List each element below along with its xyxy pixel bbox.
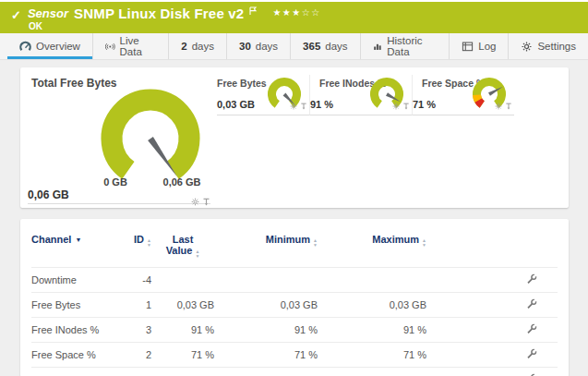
channel-settings-wrench-icon[interactable] xyxy=(526,323,537,336)
pin-primary-channel-icon[interactable] xyxy=(505,97,512,114)
channel-row[interactable]: Free Space % 2 71 % 71 % 71 % xyxy=(31,343,558,368)
flag-icon xyxy=(249,3,258,19)
channel-minimum: 0,03 GB xyxy=(214,293,318,318)
channel-last-value: 91 % xyxy=(151,318,214,343)
channel-settings-gear-icon[interactable] xyxy=(191,193,199,210)
chart-icon xyxy=(373,41,383,53)
channel-minimum xyxy=(214,268,318,293)
tab-365-days[interactable]: 365 days xyxy=(290,33,359,59)
sort-icon: ▲▼ xyxy=(422,238,426,247)
channel-id: 0 xyxy=(120,368,151,376)
tab-overview[interactable]: Overview xyxy=(7,33,92,59)
channel-minimum: 91 % xyxy=(214,318,318,343)
channel-last-value: 0,06 GB xyxy=(151,368,214,376)
pin-primary-channel-icon[interactable] xyxy=(300,97,307,114)
channel-settings-gear-icon[interactable] xyxy=(495,97,502,114)
sort-icon: ▲▼ xyxy=(195,249,199,258)
channel-settings-wrench-icon[interactable] xyxy=(526,273,537,286)
channel-row[interactable]: Free INodes % 3 91 % 91 % 91 % xyxy=(31,318,558,343)
gear-icon xyxy=(521,41,533,53)
channel-settings-gear-icon[interactable] xyxy=(290,97,297,114)
channel-id: 2 xyxy=(120,343,151,368)
object-kind-label: Sensor xyxy=(28,6,68,20)
live-icon xyxy=(105,41,115,53)
channel-row[interactable]: Total Free Bytes 0 0,06 GB 0,06 GB 0,06 … xyxy=(31,368,558,376)
sort-desc-icon: ▼ xyxy=(75,237,81,243)
sort-icon: ▲▼ xyxy=(313,238,318,247)
tab-2-days[interactable]: 2 days xyxy=(168,33,226,59)
gauge-max-label: 0,06 GB xyxy=(158,176,206,188)
pin-primary-channel-icon[interactable] xyxy=(402,97,410,114)
column-header-maximum[interactable]: Maximum▲▼ xyxy=(318,234,426,268)
total-free-bytes-gauge xyxy=(81,86,220,182)
mini-gauge-free-inodes: Free INodes % 91 % xyxy=(309,75,412,115)
channel-id: 1 xyxy=(120,293,151,318)
mini-gauge-value: 0,03 GB xyxy=(217,99,255,110)
mini-gauge-free-space: Free Space % 71 % xyxy=(412,75,514,115)
channel-name[interactable]: Free Space % xyxy=(31,343,120,368)
tab-live-data[interactable]: Live Data xyxy=(92,33,168,59)
priority-stars[interactable]: ★★★☆☆ xyxy=(272,7,320,18)
channel-maximum: 0,03 GB xyxy=(318,293,426,318)
channel-minimum: 71 % xyxy=(214,343,318,368)
channel-last-value: 71 % xyxy=(151,343,214,368)
channel-maximum: 91 % xyxy=(318,318,426,343)
gauges-panel: Total Free Bytes 0 GB 0,06 GB 0,06 GB Fr… xyxy=(20,67,569,208)
channel-row[interactable]: Free Bytes 1 0,03 GB 0,03 GB 0,03 GB xyxy=(31,293,558,318)
channel-maximum: 71 % xyxy=(318,343,426,368)
channel-name[interactable]: Free INodes % xyxy=(31,318,120,343)
tab-log[interactable]: Log xyxy=(449,33,508,59)
mini-gauges-row: Free Bytes 0,03 GB Free INodes % 91 % Fr… xyxy=(217,75,514,115)
channel-settings-wrench-icon[interactable] xyxy=(526,348,537,361)
column-header-minimum[interactable]: Minimum▲▼ xyxy=(214,234,318,268)
column-header-last-value[interactable]: Last Value▲▼ xyxy=(151,234,214,268)
gauge-min-label: 0 GB xyxy=(97,176,134,188)
channel-maximum xyxy=(318,268,426,293)
tab-bar: Overview Live Data 2 days 30 days 365 da… xyxy=(0,33,588,60)
gauge-icon xyxy=(19,41,31,53)
channel-name[interactable]: Free Bytes xyxy=(31,293,120,318)
sensor-title: SNMP Linux Disk Free v2 xyxy=(74,6,244,21)
channels-table: Channel▼ ID▲▼ Last Value▲▼ Minimum▲▼ Max… xyxy=(31,234,558,376)
divider xyxy=(28,203,210,204)
log-icon xyxy=(462,41,474,53)
mini-gauge-value: 71 % xyxy=(413,99,436,110)
channel-maximum: 0,06 GB xyxy=(318,368,426,376)
channel-row[interactable]: Downtime -4 xyxy=(31,268,558,293)
mini-gauge-free-bytes: Free Bytes 0,03 GB xyxy=(217,75,309,115)
column-header-channel[interactable]: Channel▼ xyxy=(31,234,120,268)
channel-name[interactable]: Total Free Bytes xyxy=(31,368,120,376)
tab-30-days[interactable]: 30 days xyxy=(226,33,290,59)
mini-gauge-value: 91 % xyxy=(310,99,333,110)
overview-content: Total Free Bytes 0 GB 0,06 GB 0,06 GB Fr… xyxy=(0,60,588,376)
sort-icon: ▲▼ xyxy=(147,238,151,247)
pin-primary-channel-icon[interactable] xyxy=(202,193,210,210)
tab-historic-data[interactable]: Historic Data xyxy=(360,33,450,59)
channel-last-value xyxy=(151,268,214,293)
channel-id: -4 xyxy=(120,268,151,293)
channel-settings-wrench-icon[interactable] xyxy=(526,298,537,311)
channel-settings-gear-icon[interactable] xyxy=(392,97,400,114)
channel-last-value: 0,03 GB xyxy=(151,293,214,318)
status-ok-check-icon: ✓ xyxy=(11,8,21,22)
column-header-id[interactable]: ID▲▼ xyxy=(120,234,151,268)
main-gauge-value: 0,06 GB xyxy=(28,188,69,201)
channel-id: 3 xyxy=(120,318,151,343)
tab-settings[interactable]: Settings xyxy=(508,33,588,59)
channels-panel: Channel▼ ID▲▼ Last Value▲▼ Minimum▲▼ Max… xyxy=(20,219,569,376)
sensor-status-badge: OK xyxy=(29,21,321,31)
channel-minimum: 0,06 GB xyxy=(214,368,318,376)
channel-name[interactable]: Downtime xyxy=(31,268,120,293)
sensor-header: ✓ Sensor SNMP Linux Disk Free v2 ★★★☆☆ O… xyxy=(0,0,588,33)
